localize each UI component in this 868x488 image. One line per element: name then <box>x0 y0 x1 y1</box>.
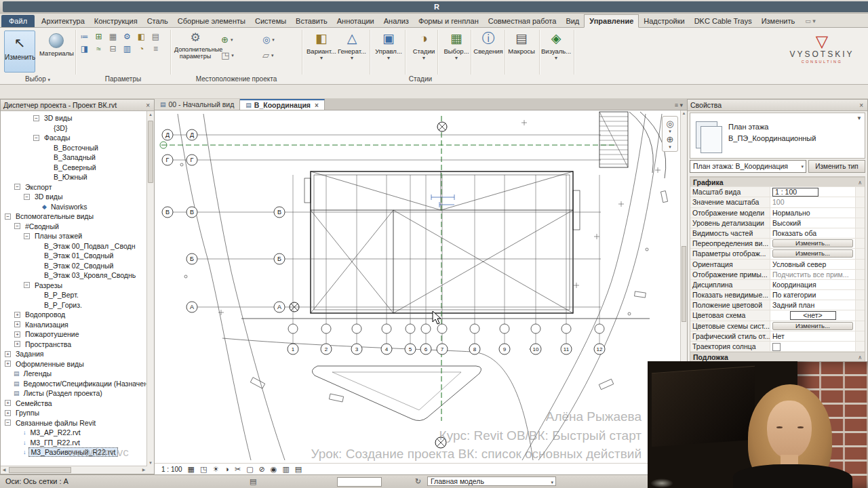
grid-bubble[interactable]: 11 <box>561 344 572 354</box>
tree-item[interactable]: −Планы этажей <box>1 231 147 241</box>
tree-item[interactable]: −Фасады <box>1 133 147 143</box>
checkbox[interactable] <box>772 343 781 351</box>
detail-level-icon[interactable]: ▦ <box>188 464 195 474</box>
panel-label-selection[interactable]: Выбор ▾ <box>0 75 75 83</box>
properties-header[interactable]: Свойства × <box>688 100 867 111</box>
selection-button[interactable]: ▦Выбор...▼ <box>441 30 471 61</box>
reveal-hidden-elements-icon[interactable]: ◉ <box>271 464 277 474</box>
tree-item-label[interactable]: Листы (Раздел проекта) <box>22 389 104 397</box>
view-tab-00 - Начальный вид[interactable]: ▤00 - Начальный вид <box>155 99 240 110</box>
refresh-icon[interactable]: ↻ <box>415 477 421 486</box>
tree-item-label[interactable]: В_Этаж 00_Подвал _Сводн <box>42 242 137 250</box>
tree-item-label[interactable]: Пожаротушение <box>23 330 81 338</box>
design-option-combo[interactable]: Главная модель ▾ <box>427 476 556 486</box>
value-field[interactable]: 1 : 100 <box>772 188 818 197</box>
tree-item[interactable]: +Группы <box>1 408 147 418</box>
temporary-view-properties-icon[interactable]: ▤ <box>295 464 302 474</box>
ribbon-tab-Надстройки[interactable]: Надстройки <box>639 15 689 27</box>
tree-item-label[interactable]: Оформленные виды <box>14 360 86 368</box>
scroll-right-icon[interactable]: ▶ <box>140 466 147 474</box>
collapse-icon[interactable]: − <box>24 194 30 200</box>
collapse-icon[interactable]: − <box>33 135 39 141</box>
ribbon-tab-Анализ[interactable]: Анализ <box>379 15 414 27</box>
worksets-icon[interactable]: ▤ <box>250 477 256 486</box>
collapse-icon[interactable]: − <box>14 223 20 229</box>
ribbon-tab-Сталь[interactable]: Сталь <box>142 15 173 27</box>
tree-item[interactable]: +Водопровод <box>1 310 147 320</box>
tree-item-label[interactable]: Вспомогательные виды <box>14 212 96 220</box>
tree-item-label[interactable]: В_Южный <box>52 173 90 181</box>
property-value[interactable]: По категории <box>770 290 855 300</box>
property-value[interactable]: Условный север <box>770 260 855 269</box>
tree-item-label[interactable]: В_Западный <box>52 153 98 161</box>
tree-item[interactable]: В_Северный <box>1 163 147 173</box>
panel-schedules-icon[interactable]: ⊟ <box>108 44 118 54</box>
tree-item-label[interactable]: В_Этаж 01_Сводный <box>42 251 115 260</box>
design-options-button[interactable]: ◧Вариант...▼ <box>307 30 336 61</box>
view-tab-list-icon[interactable]: ≡ ▾ <box>671 102 687 110</box>
tree-item-label[interactable]: Задания <box>14 350 46 358</box>
property-value[interactable]: 100 <box>770 197 855 207</box>
expand-icon[interactable]: + <box>14 321 20 327</box>
scrollbar-thumb[interactable] <box>9 467 71 473</box>
project-units-icon[interactable]: ▤ <box>151 32 161 42</box>
tree-item-label[interactable]: Navisworks <box>49 203 90 211</box>
project-info-button[interactable]: ⓘСведения <box>473 30 503 55</box>
purge-unused-icon[interactable]: ◧ <box>136 32 146 42</box>
grid-bubble[interactable]: Г <box>162 155 173 165</box>
tree-item[interactable]: ◆Navisworks <box>1 202 147 212</box>
tree-item-label[interactable]: Пространства <box>23 340 73 348</box>
scroll-left-icon[interactable]: ◀ <box>1 466 7 474</box>
tree-item-label[interactable]: Водопровод <box>23 310 67 319</box>
tree-item[interactable]: +Задания <box>1 349 147 359</box>
property-value[interactable]: Задний план <box>770 300 855 310</box>
tree-item-label[interactable]: В_Р_Гориз. <box>42 301 84 309</box>
tree-item[interactable]: В_Южный <box>1 172 147 182</box>
grid-bubble[interactable]: А <box>186 302 197 312</box>
application-menu-icon[interactable]: R <box>3 1 868 12</box>
expand-icon[interactable]: + <box>5 400 11 406</box>
property-section-header[interactable]: Графика∧ <box>690 177 865 187</box>
grid-bubble[interactable]: 1 <box>288 344 298 354</box>
tree-item[interactable]: +Канализация <box>1 320 147 330</box>
ribbon-tab-Изменить[interactable]: Изменить <box>757 15 800 27</box>
grid-bubble[interactable]: 9 <box>499 344 510 354</box>
steering-wheel-arrow-icon[interactable]: ▾ <box>669 129 671 134</box>
tree-item[interactable]: +Пожаротушение <box>1 329 147 340</box>
grid-bubble[interactable]: 2 <box>321 344 332 354</box>
grid-bubble[interactable]: В <box>162 207 173 218</box>
temporary-hide-isolate-icon[interactable]: ⊘ <box>259 464 265 474</box>
panel-label-phasing[interactable]: Стадии <box>399 75 442 83</box>
grid-bubble[interactable]: 6 <box>420 344 431 354</box>
edit-type-button[interactable]: Изменить тип <box>808 160 865 173</box>
grid-bubble[interactable]: 5 <box>405 344 416 354</box>
grid-bubble[interactable]: 8 <box>469 344 480 354</box>
floor-plan-drawing[interactable]: ДДГГВВВББАА123456789101112 <box>155 110 681 464</box>
project-browser-header[interactable]: Диспетчер проекта - Проект ВК.rvt × <box>1 100 154 111</box>
collapse-icon[interactable]: − <box>14 184 20 190</box>
ribbon-tab-Управление[interactable]: Управление <box>584 14 639 28</box>
show-crop-region-icon[interactable]: ▢ <box>246 464 253 474</box>
tree-item-label[interactable]: {3D} <box>52 124 69 132</box>
shadows-icon[interactable]: ◑ <box>224 464 229 474</box>
transfer-project-standards-icon[interactable]: ⚙ <box>122 32 132 42</box>
drawing-canvas[interactable]: ДДГГВВВББАА123456789101112 ◎ ▾ ⊕ ▾ ▲ ▼ 1… <box>155 110 687 474</box>
section-collapse-icon[interactable]: ∧ <box>855 352 865 361</box>
visual-programming-button[interactable]: ◈Визуаль...▼ <box>541 30 571 61</box>
grid-bubble[interactable]: 3 <box>351 344 362 354</box>
tree-item-label[interactable]: 3D виды <box>42 114 74 122</box>
tree-item-label[interactable]: Ведомости/Спецификации (Назначен <box>22 380 147 388</box>
crop-view-icon[interactable]: ✂ <box>235 464 241 474</box>
materials-button[interactable]: Материалы <box>39 30 73 73</box>
tree-item-label[interactable]: Разрезы <box>33 281 64 289</box>
tree-item-label[interactable]: В_Этаж 02_Сводный <box>42 262 115 270</box>
tree-item-label[interactable]: В_Этаж 03_Кровля_Своднь <box>42 271 138 279</box>
grid-bubble[interactable]: А <box>274 302 285 312</box>
modify-button[interactable]: ↖ Изменить <box>4 30 35 73</box>
edit-button[interactable]: Изменить... <box>772 322 853 330</box>
tree-item[interactable]: ▤Ведомости/Спецификации (Назначен <box>1 379 147 389</box>
ribbon-tab-Архитектура[interactable]: Архитектура <box>37 15 90 27</box>
site-location-tool[interactable]: ◳▾ <box>221 50 256 60</box>
grid-bubble[interactable]: В <box>274 207 285 218</box>
grid-bubble[interactable]: 12 <box>594 344 605 354</box>
